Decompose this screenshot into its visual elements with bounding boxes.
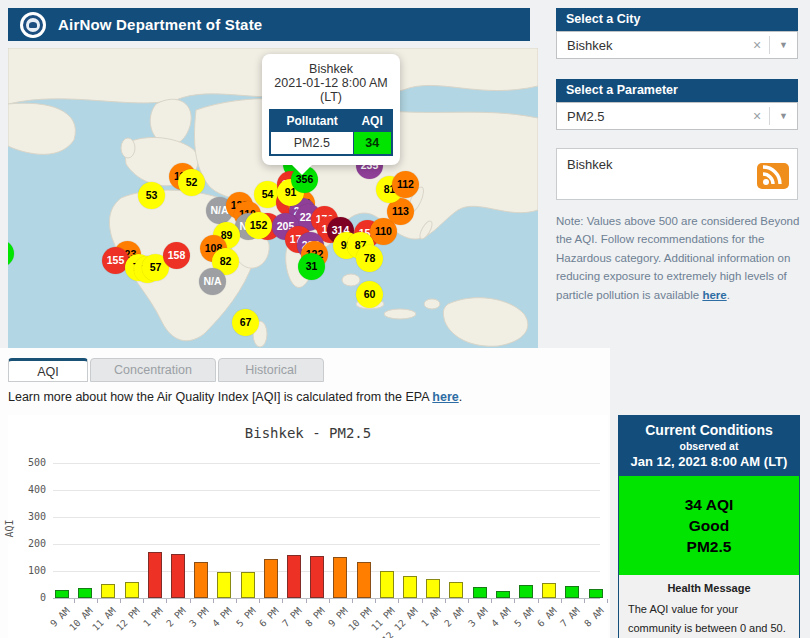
epa-text: Learn more about how the Air Quality Ind… <box>8 390 432 404</box>
observed-at-label: observed at <box>623 440 795 452</box>
map-marker[interactable]: 112 <box>392 171 419 198</box>
map-marker[interactable]: 158 <box>163 242 190 269</box>
chart-x-tick <box>74 599 75 603</box>
map-marker[interactable]: 152 <box>245 212 272 239</box>
chart-bar[interactable] <box>171 554 185 598</box>
map-marker[interactable]: 67 <box>232 309 259 336</box>
chart-bar[interactable] <box>241 572 255 598</box>
chart-bar[interactable] <box>55 590 69 598</box>
aqi-bar-chart: Bishkek - PM2.5 AQI 01002003004005009 AM… <box>8 415 608 638</box>
city-select[interactable]: Bishkek × ▼ <box>556 31 798 59</box>
chart-gridline <box>53 463 600 464</box>
chart-bar[interactable] <box>217 572 231 598</box>
chart-bar[interactable] <box>148 552 162 598</box>
chart-y-tick-label: 300 <box>10 511 46 522</box>
observed-datetime: Jan 12, 2021 8:00 AM (LT) <box>623 454 795 469</box>
map-marker[interactable]: 78 <box>356 245 383 272</box>
sidebar-note: Note: Values above 500 are considered Be… <box>556 212 800 304</box>
popup-col-pollutant: Pollutant <box>270 110 353 132</box>
map-marker[interactable]: N/A <box>199 268 226 295</box>
parameter-dropdown-caret-icon[interactable]: ▼ <box>770 111 797 121</box>
chart-bar[interactable] <box>449 582 463 598</box>
map-popup: Bishkek 2021-01-12 8:00 AM (LT) Pollutan… <box>262 54 400 165</box>
popup-aqi-value: 34 <box>353 132 392 156</box>
tab-aqi[interactable]: AQI <box>8 358 88 382</box>
chart-x-tick <box>143 599 144 603</box>
chart-y-tick-label: 100 <box>10 565 46 576</box>
app-header: AirNow Department of State <box>8 8 530 41</box>
map-marker[interactable]: 53 <box>138 182 165 209</box>
chart-x-tick <box>584 599 585 603</box>
chart-bar[interactable] <box>78 588 92 598</box>
chart-bar[interactable] <box>519 585 533 598</box>
chart-gridline <box>53 544 600 545</box>
map-marker[interactable]: 31 <box>298 253 325 280</box>
current-aqi-pollutant: PM2.5 <box>623 538 795 556</box>
chart-x-tick <box>329 599 330 603</box>
parameter-select[interactable]: PM2.5 × ▼ <box>556 102 798 130</box>
chart-x-tick <box>445 599 446 603</box>
chart-bar[interactable] <box>542 583 556 598</box>
chart-x-tick <box>97 599 98 603</box>
chart-title: Bishkek - PM2.5 <box>8 425 608 441</box>
health-message-title: Health Message <box>628 582 790 594</box>
chart-bar[interactable] <box>310 556 324 598</box>
chart-y-tick-label: 400 <box>10 484 46 495</box>
chart-x-tick <box>607 599 608 603</box>
current-aqi-block: 34 AQI Good PM2.5 <box>619 476 799 575</box>
popup-datetime: 2021-01-12 8:00 AM <box>269 76 393 90</box>
chart-bar[interactable] <box>589 589 603 598</box>
note-period: . <box>727 289 730 301</box>
city-select-label: Select a City <box>556 8 798 31</box>
popup-pollutant-value: PM2.5 <box>270 132 353 156</box>
chart-x-tick <box>398 599 399 603</box>
parameter-select-value: PM2.5 <box>557 109 745 124</box>
chart-x-tick <box>282 599 283 603</box>
epa-period: . <box>459 390 462 404</box>
rss-icon[interactable] <box>757 163 789 189</box>
popup-city: Bishkek <box>269 62 393 76</box>
epa-info-line: Learn more about how the Air Quality Ind… <box>8 390 462 404</box>
chart-x-tick <box>259 599 260 603</box>
chart-x-tick <box>468 599 469 603</box>
chart-x-tick <box>352 599 353 603</box>
tab-concentration[interactable]: Concentration <box>90 358 216 382</box>
chart-bar[interactable] <box>287 555 301 598</box>
current-conditions-panel: Current Conditions observed at Jan 12, 2… <box>618 415 800 638</box>
chart-bar[interactable] <box>380 571 394 598</box>
epa-here-link[interactable]: here <box>432 390 458 404</box>
chart-x-tick <box>538 599 539 603</box>
chart-x-tick <box>561 599 562 603</box>
current-aqi-category: Good <box>623 517 795 535</box>
map-marker[interactable]: 52 <box>178 169 205 196</box>
chart-bar[interactable] <box>496 591 510 598</box>
note-here-link[interactable]: here <box>702 289 726 301</box>
current-conditions-header: Current Conditions observed at Jan 12, 2… <box>619 416 799 476</box>
chart-bar[interactable] <box>333 557 347 598</box>
popup-col-aqi: AQI <box>353 110 392 132</box>
chart-bar[interactable] <box>194 562 208 598</box>
map-marker[interactable]: 60 <box>356 281 383 308</box>
chart-bar[interactable] <box>473 587 487 598</box>
chart-x-axis-line <box>53 598 600 599</box>
chart-bar[interactable] <box>565 586 579 598</box>
chart-x-tick <box>166 599 167 603</box>
chart-y-axis-title: AQI <box>4 519 15 537</box>
chart-bar[interactable] <box>264 559 278 598</box>
chart-x-tick <box>514 599 515 603</box>
parameter-clear-icon[interactable]: × <box>745 108 769 124</box>
city-clear-icon[interactable]: × <box>745 37 769 53</box>
chart-bar[interactable] <box>426 579 440 598</box>
popup-table: Pollutant AQI PM2.5 34 <box>269 109 393 156</box>
chart-bar[interactable] <box>125 582 139 598</box>
chart-bar[interactable] <box>357 562 371 598</box>
chart-bar[interactable] <box>101 584 115 598</box>
chart-gridline <box>53 571 600 572</box>
health-message-body: The AQI value for your community is betw… <box>628 600 790 638</box>
tab-historical[interactable]: Historical <box>218 358 324 382</box>
chart-y-tick-label: 0 <box>10 592 46 603</box>
city-dropdown-caret-icon[interactable]: ▼ <box>770 40 797 50</box>
world-map[interactable]: 117525354N/A128110N/A1528910882N/A123155… <box>8 48 538 348</box>
rss-feed-title: Bishkek <box>567 157 613 172</box>
chart-bar[interactable] <box>403 576 417 598</box>
